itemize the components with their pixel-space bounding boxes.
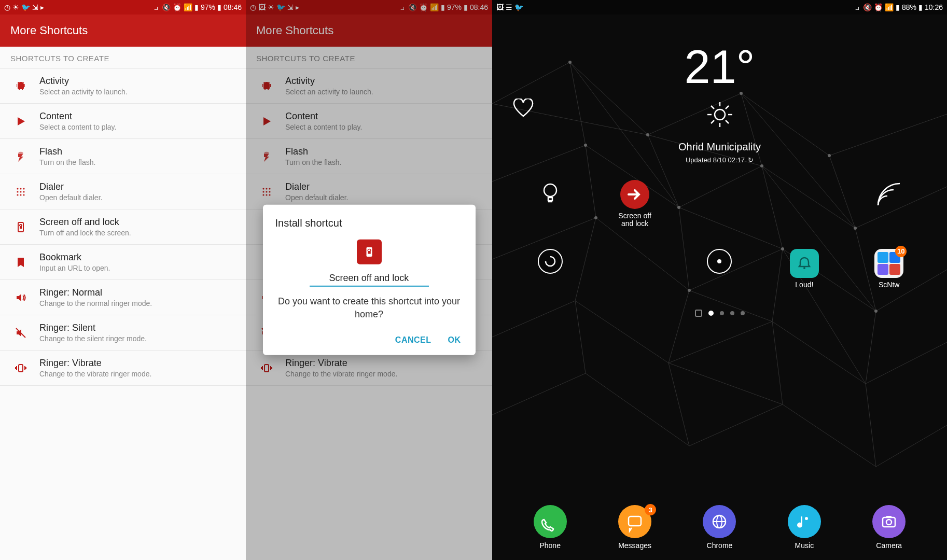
home-item-spacer <box>696 180 743 228</box>
page-dot <box>741 311 745 315</box>
shortcut-item-bookmark[interactable]: Bookmark Input an URL to open. <box>0 245 246 280</box>
dock-label: Music <box>795 541 814 550</box>
signal-icon: ▮ <box>896 3 900 11</box>
battery-icon: ▮ <box>217 3 221 11</box>
item-title: Flash <box>39 146 235 157</box>
home-item-label: Loud! <box>795 281 813 289</box>
battery-pct: 88% <box>902 3 916 11</box>
cancel-button[interactable]: CANCEL <box>393 331 434 349</box>
item-subtitle: Change to the normal ringer mode. <box>39 299 235 307</box>
volume-icon <box>10 291 31 304</box>
page-indicator[interactable] <box>492 310 947 317</box>
page-dot <box>730 311 734 315</box>
item-title: Content <box>39 111 235 122</box>
globe-icon <box>703 505 736 538</box>
phone-icon <box>534 505 567 538</box>
vibrate-icon <box>10 362 31 374</box>
heart-icon[interactable] <box>513 99 534 117</box>
dock-label: Chrome <box>707 541 733 550</box>
dock-label: Phone <box>539 541 560 550</box>
flash-icon <box>10 150 31 163</box>
runner-icon: ⇲ <box>32 3 38 11</box>
svg-point-38 <box>544 184 556 197</box>
panel-shortcuts-dialog: ◷ 🖼 ☀ 🐦 ⇲ ▸ ⯾ 🔇 ⏰ 📶 ▮ 97% ▮ 08:46 More S… <box>246 0 492 560</box>
shortcut-item-flash[interactable]: Flash Turn on the flash. <box>0 139 246 174</box>
clock-time: 08:46 <box>224 3 242 11</box>
status-bar: ◷ ☀ 🐦 ⇲ ▸ ⯾ 🔇 ⏰ 📶 ▮ 97% ▮ 08:46 <box>0 0 246 15</box>
alarm-icon: ⏰ <box>874 3 883 11</box>
dialer-icon <box>10 186 31 198</box>
item-title: Activity <box>39 76 235 87</box>
home-item-red-arrow[interactable]: Screen off and lock <box>611 180 658 228</box>
weather-location: Ohrid Municipality <box>492 141 947 153</box>
sun-icon: ☀ <box>12 3 19 11</box>
page-dot <box>708 311 714 316</box>
item-subtitle: Open default dialer. <box>39 193 235 202</box>
shortcut-name-input[interactable] <box>310 271 429 287</box>
dock: Phone 3 Messages Chrome Music Camera <box>492 500 947 560</box>
dock-label: Messages <box>618 541 651 550</box>
clock-icon: ◷ <box>4 3 10 11</box>
image-icon: 🖼 <box>496 3 504 11</box>
section-header: SHORTCUTS TO CREATE <box>0 47 246 68</box>
home-item-spacer <box>611 249 658 289</box>
clock-time: 10:26 <box>925 3 943 11</box>
weather-temp: 21° <box>492 40 947 94</box>
home-item-outline-bulb[interactable] <box>527 180 574 228</box>
weather-updated: Updated 8/10 02:17↻ <box>686 156 754 164</box>
item-subtitle: Select an activity to launch. <box>39 88 235 96</box>
status-bar: 🖼 ☰ 🐦 ⯾ 🔇 ⏰ 📶 ▮ 88% ▮ 10:26 <box>492 0 947 15</box>
alarm-icon: ⏰ <box>173 3 182 11</box>
shortcut-item-android[interactable]: Activity Select an activity to launch. <box>0 68 246 104</box>
dock-item-phone[interactable]: Phone <box>527 505 574 550</box>
panel-home-screen: 🖼 ☰ 🐦 ⯾ 🔇 ⏰ 📶 ▮ 88% ▮ 10:26 21° Ohrid Mu… <box>492 0 947 560</box>
item-title: Dialer <box>39 181 235 192</box>
wifi-icon: 📶 <box>184 3 192 11</box>
home-item-teal-bell[interactable]: Loud! <box>781 249 828 289</box>
play-icon <box>10 115 31 128</box>
dock-item-music[interactable]: Music <box>781 505 828 550</box>
dock-item-msg[interactable]: 3 Messages <box>611 505 658 550</box>
shortcut-icon <box>357 240 382 264</box>
shortcut-item-lock[interactable]: Screen off and lock Turn off and lock th… <box>0 209 246 245</box>
battery-icon: ▮ <box>918 3 923 11</box>
wifi-icon: 📶 <box>885 3 894 11</box>
item-title: Ringer: Silent <box>39 323 235 333</box>
android-icon <box>10 80 31 92</box>
item-subtitle: Change to the silent ringer mode. <box>39 334 235 343</box>
dock-label: Camera <box>876 541 902 550</box>
home-item-folder[interactable]: 10 ScNtw <box>866 249 912 289</box>
item-subtitle: Turn on the flash. <box>39 158 235 166</box>
home-item-outline-arc[interactable] <box>866 180 912 228</box>
svg-line-34 <box>711 106 714 109</box>
svg-rect-40 <box>629 516 641 526</box>
flag-icon: ▸ <box>40 3 44 11</box>
item-subtitle: Input an URL to open. <box>39 264 235 272</box>
sun-icon <box>704 99 735 130</box>
folder-badge: 10 <box>895 246 907 257</box>
item-title: Ringer: Vibrate <box>39 358 235 369</box>
svg-rect-15 <box>368 251 371 254</box>
battery-pct: 97% <box>201 3 215 11</box>
mute-icon: 🔇 <box>863 3 872 11</box>
twitter-icon: 🐦 <box>514 3 523 11</box>
home-item-outline-circle[interactable] <box>696 249 743 289</box>
item-title: Screen off and lock <box>39 217 235 228</box>
svg-rect-47 <box>886 516 892 518</box>
weather-widget[interactable]: 21° Ohrid Municipality Updated 8/10 02:1… <box>492 40 947 164</box>
item-subtitle: Turn off and lock the screen. <box>39 229 235 237</box>
ok-button[interactable]: OK <box>446 331 463 349</box>
dock-item-camera[interactable]: Camera <box>866 505 912 550</box>
dock-item-globe[interactable]: Chrome <box>696 505 743 550</box>
mute-icon <box>10 327 31 339</box>
svg-point-44 <box>805 517 808 520</box>
install-shortcut-dialog: Install shortcut Do you want to create t… <box>263 205 476 355</box>
home-item-outline-swirl[interactable] <box>527 249 574 289</box>
shortcut-item-play[interactable]: Content Select a content to play. <box>0 104 246 139</box>
svg-rect-45 <box>883 517 895 527</box>
shortcut-item-volume[interactable]: Ringer: Normal Change to the normal ring… <box>0 280 246 315</box>
bookmark-icon <box>10 256 31 269</box>
shortcut-item-mute[interactable]: Ringer: Silent Change to the silent ring… <box>0 315 246 351</box>
shortcut-item-dialer[interactable]: Dialer Open default dialer. <box>0 174 246 209</box>
shortcut-item-vibrate[interactable]: Ringer: Vibrate Change to the vibrate ri… <box>0 351 246 386</box>
